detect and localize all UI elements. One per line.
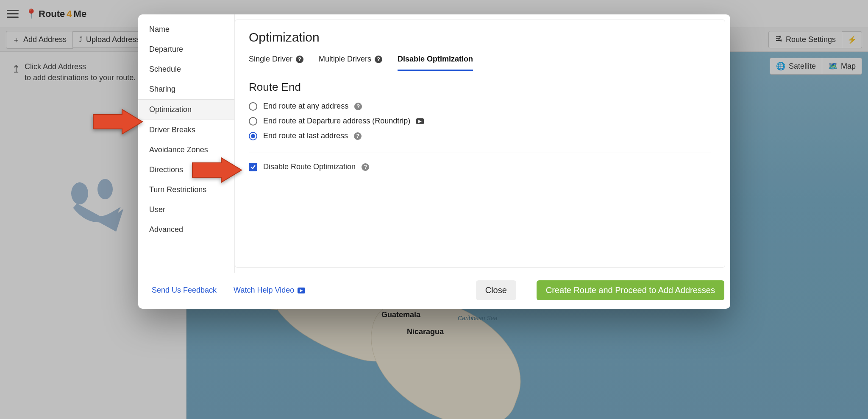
route-end-option-roundtrip[interactable]: End route at Departure address (Roundtri… bbox=[249, 114, 711, 128]
create-route-button[interactable]: Create Route and Proceed to Add Addresse… bbox=[537, 280, 724, 300]
disable-optimization-checkbox-row[interactable]: Disable Route Optimization ? bbox=[249, 162, 711, 171]
nav-item-optimization[interactable]: Optimization bbox=[138, 99, 234, 120]
radio-icon bbox=[249, 117, 257, 126]
radio-icon bbox=[249, 102, 257, 111]
tab-disable-optimization[interactable]: Disable Optimization bbox=[398, 50, 473, 71]
tab-single-driver[interactable]: Single Driver ? bbox=[249, 50, 303, 71]
nav-item-directions[interactable]: Directions bbox=[138, 160, 234, 180]
tab-disable-optimization-label: Disable Optimization bbox=[398, 55, 473, 64]
route-end-option-any-label: End route at any address bbox=[263, 102, 348, 111]
close-button[interactable]: Close bbox=[476, 280, 516, 300]
watch-help-video-link[interactable]: Watch Help Video ▶ bbox=[234, 286, 305, 295]
nav-item-advanced[interactable]: Advanced bbox=[138, 220, 234, 240]
video-icon: ▶ bbox=[298, 288, 305, 293]
nav-item-departure[interactable]: Departure bbox=[138, 39, 234, 59]
send-feedback-link[interactable]: Send Us Feedback bbox=[152, 286, 217, 295]
help-icon[interactable]: ? bbox=[296, 56, 303, 63]
radio-selected-icon bbox=[249, 132, 257, 140]
route-settings-modal: Name Departure Schedule Sharing Optimiza… bbox=[138, 14, 730, 309]
nav-item-name[interactable]: Name bbox=[138, 20, 234, 39]
video-icon[interactable]: ▶ bbox=[416, 118, 424, 124]
nav-item-avoidance-zones[interactable]: Avoidance Zones bbox=[138, 140, 234, 160]
tab-multiple-drivers-label: Multiple Drivers bbox=[319, 55, 371, 64]
help-icon[interactable]: ? bbox=[354, 103, 362, 110]
help-icon[interactable]: ? bbox=[354, 132, 362, 140]
disable-optimization-label: Disable Route Optimization bbox=[263, 162, 356, 171]
panel-title: Optimization bbox=[249, 30, 711, 45]
nav-item-schedule[interactable]: Schedule bbox=[138, 59, 234, 79]
section-route-end-title: Route End bbox=[249, 81, 711, 94]
settings-nav: Name Departure Schedule Sharing Optimiza… bbox=[138, 14, 235, 273]
tab-multiple-drivers[interactable]: Multiple Drivers ? bbox=[319, 50, 382, 71]
nav-item-turn-restrictions[interactable]: Turn Restrictions bbox=[138, 180, 234, 200]
route-end-option-last[interactable]: End route at last address ? bbox=[249, 128, 711, 143]
optimization-tabs: Single Driver ? Multiple Drivers ? Disab… bbox=[249, 50, 711, 71]
settings-panel: Optimization Single Driver ? Multiple Dr… bbox=[235, 20, 725, 268]
nav-item-driver-breaks[interactable]: Driver Breaks bbox=[138, 120, 234, 140]
help-icon[interactable]: ? bbox=[362, 163, 369, 171]
route-end-option-roundtrip-label: End route at Departure address (Roundtri… bbox=[263, 117, 410, 126]
modal-footer: Send Us Feedback Watch Help Video ▶ Clos… bbox=[138, 273, 730, 309]
checkbox-checked-icon bbox=[249, 163, 257, 171]
nav-item-user[interactable]: User bbox=[138, 200, 234, 220]
route-end-option-last-label: End route at last address bbox=[263, 131, 348, 140]
help-icon[interactable]: ? bbox=[375, 56, 382, 63]
route-end-option-any[interactable]: End route at any address ? bbox=[249, 99, 711, 114]
divider bbox=[249, 153, 711, 153]
nav-item-sharing[interactable]: Sharing bbox=[138, 79, 234, 99]
tab-single-driver-label: Single Driver bbox=[249, 55, 292, 64]
watch-help-video-label: Watch Help Video bbox=[234, 286, 294, 295]
